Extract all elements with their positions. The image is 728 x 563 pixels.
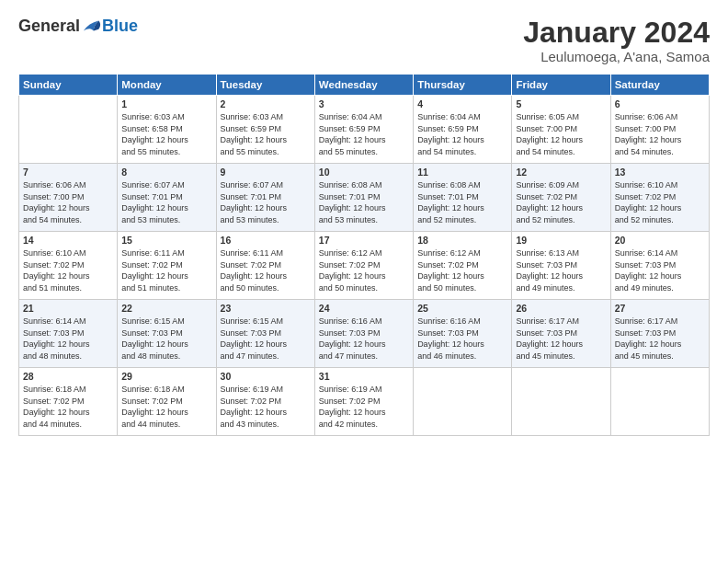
calendar-cell: 10Sunrise: 6:08 AM Sunset: 7:01 PM Dayli… (314, 164, 413, 232)
calendar-cell: 18Sunrise: 6:12 AM Sunset: 7:02 PM Dayli… (414, 232, 512, 300)
cell-content: Sunrise: 6:08 AM Sunset: 7:01 PM Dayligh… (319, 179, 409, 225)
calendar-cell: 12Sunrise: 6:09 AM Sunset: 7:02 PM Dayli… (512, 164, 610, 232)
cell-content: Sunrise: 6:07 AM Sunset: 7:01 PM Dayligh… (121, 179, 211, 225)
header-thursday: Thursday (414, 75, 512, 96)
header-saturday: Saturday (610, 75, 709, 96)
day-number: 8 (121, 167, 211, 178)
day-number: 4 (417, 98, 507, 109)
calendar-cell: 17Sunrise: 6:12 AM Sunset: 7:02 PM Dayli… (314, 232, 413, 300)
calendar-cell: 23Sunrise: 6:15 AM Sunset: 7:03 PM Dayli… (216, 300, 314, 368)
day-number: 24 (319, 303, 409, 314)
calendar-cell: 26Sunrise: 6:17 AM Sunset: 7:03 PM Dayli… (512, 300, 610, 368)
day-number: 5 (516, 98, 606, 109)
calendar-cell: 15Sunrise: 6:11 AM Sunset: 7:02 PM Dayli… (118, 232, 216, 300)
calendar-cell: 28Sunrise: 6:18 AM Sunset: 7:02 PM Dayli… (19, 368, 118, 436)
cell-content: Sunrise: 6:14 AM Sunset: 7:03 PM Dayligh… (23, 316, 113, 362)
day-number: 2 (221, 98, 311, 109)
day-number: 19 (516, 235, 606, 246)
week-row-4: 21Sunrise: 6:14 AM Sunset: 7:03 PM Dayli… (19, 300, 710, 368)
logo-general: General (18, 17, 80, 36)
day-number: 29 (121, 371, 211, 382)
cell-content: Sunrise: 6:12 AM Sunset: 7:02 PM Dayligh… (319, 247, 409, 293)
calendar-cell: 4Sunrise: 6:04 AM Sunset: 6:59 PM Daylig… (414, 96, 512, 164)
week-row-1: 1Sunrise: 6:03 AM Sunset: 6:58 PM Daylig… (19, 96, 710, 164)
calendar-cell: 6Sunrise: 6:06 AM Sunset: 7:00 PM Daylig… (610, 96, 709, 164)
cell-content: Sunrise: 6:17 AM Sunset: 7:03 PM Dayligh… (516, 316, 606, 362)
day-number: 1 (121, 98, 211, 109)
calendar-cell: 31Sunrise: 6:19 AM Sunset: 7:02 PM Dayli… (314, 368, 413, 436)
calendar-cell: 2Sunrise: 6:03 AM Sunset: 6:59 PM Daylig… (216, 96, 314, 164)
cell-content: Sunrise: 6:14 AM Sunset: 7:03 PM Dayligh… (615, 247, 705, 293)
day-number: 3 (319, 98, 409, 109)
calendar-cell: 22Sunrise: 6:15 AM Sunset: 7:03 PM Dayli… (118, 300, 216, 368)
day-number: 12 (516, 167, 606, 178)
week-row-5: 28Sunrise: 6:18 AM Sunset: 7:02 PM Dayli… (19, 368, 710, 436)
day-number: 21 (23, 303, 113, 314)
calendar-cell: 11Sunrise: 6:08 AM Sunset: 7:01 PM Dayli… (414, 164, 512, 232)
header-wednesday: Wednesday (314, 75, 413, 96)
day-number: 23 (221, 303, 311, 314)
calendar-subtitle: Leulumoega, A'ana, Samoa (523, 49, 710, 64)
calendar-table: SundayMondayTuesdayWednesdayThursdayFrid… (18, 74, 710, 436)
day-number: 6 (615, 98, 705, 109)
cell-content: Sunrise: 6:18 AM Sunset: 7:02 PM Dayligh… (23, 384, 113, 430)
day-number: 30 (221, 371, 311, 382)
day-number: 17 (319, 235, 409, 246)
calendar-cell: 27Sunrise: 6:17 AM Sunset: 7:03 PM Dayli… (610, 300, 709, 368)
calendar-cell: 30Sunrise: 6:19 AM Sunset: 7:02 PM Dayli… (216, 368, 314, 436)
calendar-cell: 25Sunrise: 6:16 AM Sunset: 7:03 PM Dayli… (414, 300, 512, 368)
calendar-cell: 16Sunrise: 6:11 AM Sunset: 7:02 PM Dayli… (216, 232, 314, 300)
cell-content: Sunrise: 6:11 AM Sunset: 7:02 PM Dayligh… (121, 247, 211, 293)
calendar-cell: 3Sunrise: 6:04 AM Sunset: 6:59 PM Daylig… (314, 96, 413, 164)
header-friday: Friday (512, 75, 610, 96)
logo-text: General Blue (18, 17, 138, 36)
cell-content: Sunrise: 6:04 AM Sunset: 6:59 PM Dayligh… (417, 111, 507, 157)
day-number: 25 (417, 303, 507, 314)
calendar-cell (414, 368, 512, 436)
cell-content: Sunrise: 6:07 AM Sunset: 7:01 PM Dayligh… (221, 179, 311, 225)
cell-content: Sunrise: 6:17 AM Sunset: 7:03 PM Dayligh… (615, 316, 705, 362)
day-number: 14 (23, 235, 113, 246)
cell-content: Sunrise: 6:15 AM Sunset: 7:03 PM Dayligh… (221, 316, 311, 362)
calendar-cell (512, 368, 610, 436)
day-number: 15 (121, 235, 211, 246)
calendar-cell: 21Sunrise: 6:14 AM Sunset: 7:03 PM Dayli… (19, 300, 118, 368)
calendar-cell (610, 368, 709, 436)
calendar-header-row: SundayMondayTuesdayWednesdayThursdayFrid… (19, 75, 710, 96)
cell-content: Sunrise: 6:06 AM Sunset: 7:00 PM Dayligh… (23, 179, 113, 225)
calendar-cell: 1Sunrise: 6:03 AM Sunset: 6:58 PM Daylig… (118, 96, 216, 164)
day-number: 26 (516, 303, 606, 314)
cell-content: Sunrise: 6:11 AM Sunset: 7:02 PM Dayligh… (221, 247, 311, 293)
cell-content: Sunrise: 6:10 AM Sunset: 7:02 PM Dayligh… (615, 179, 705, 225)
day-number: 11 (417, 167, 507, 178)
header-sunday: Sunday (19, 75, 118, 96)
calendar-cell (19, 96, 118, 164)
cell-content: Sunrise: 6:09 AM Sunset: 7:02 PM Dayligh… (516, 179, 606, 225)
cell-content: Sunrise: 6:05 AM Sunset: 7:00 PM Dayligh… (516, 111, 606, 157)
cell-content: Sunrise: 6:04 AM Sunset: 6:59 PM Dayligh… (319, 111, 409, 157)
calendar-cell: 13Sunrise: 6:10 AM Sunset: 7:02 PM Dayli… (610, 164, 709, 232)
week-row-3: 14Sunrise: 6:10 AM Sunset: 7:02 PM Dayli… (19, 232, 710, 300)
calendar-cell: 7Sunrise: 6:06 AM Sunset: 7:00 PM Daylig… (19, 164, 118, 232)
cell-content: Sunrise: 6:18 AM Sunset: 7:02 PM Dayligh… (121, 384, 211, 430)
cell-content: Sunrise: 6:19 AM Sunset: 7:02 PM Dayligh… (319, 384, 409, 430)
cell-content: Sunrise: 6:06 AM Sunset: 7:00 PM Dayligh… (615, 111, 705, 157)
day-number: 31 (319, 371, 409, 382)
cell-content: Sunrise: 6:10 AM Sunset: 7:02 PM Dayligh… (23, 247, 113, 293)
page: General Blue January 2024 Leulumoega, A'… (0, 0, 728, 563)
cell-content: Sunrise: 6:19 AM Sunset: 7:02 PM Dayligh… (221, 384, 311, 430)
header-tuesday: Tuesday (216, 75, 314, 96)
day-number: 27 (615, 303, 705, 314)
logo: General Blue (18, 17, 138, 36)
week-row-2: 7Sunrise: 6:06 AM Sunset: 7:00 PM Daylig… (19, 164, 710, 232)
day-number: 9 (221, 167, 311, 178)
calendar-cell: 19Sunrise: 6:13 AM Sunset: 7:03 PM Dayli… (512, 232, 610, 300)
cell-content: Sunrise: 6:03 AM Sunset: 6:59 PM Dayligh… (221, 111, 311, 157)
cell-content: Sunrise: 6:16 AM Sunset: 7:03 PM Dayligh… (319, 316, 409, 362)
day-number: 7 (23, 167, 113, 178)
day-number: 13 (615, 167, 705, 178)
day-number: 10 (319, 167, 409, 178)
header-monday: Monday (118, 75, 216, 96)
header: General Blue January 2024 Leulumoega, A'… (18, 17, 710, 64)
cell-content: Sunrise: 6:15 AM Sunset: 7:03 PM Dayligh… (121, 316, 211, 362)
